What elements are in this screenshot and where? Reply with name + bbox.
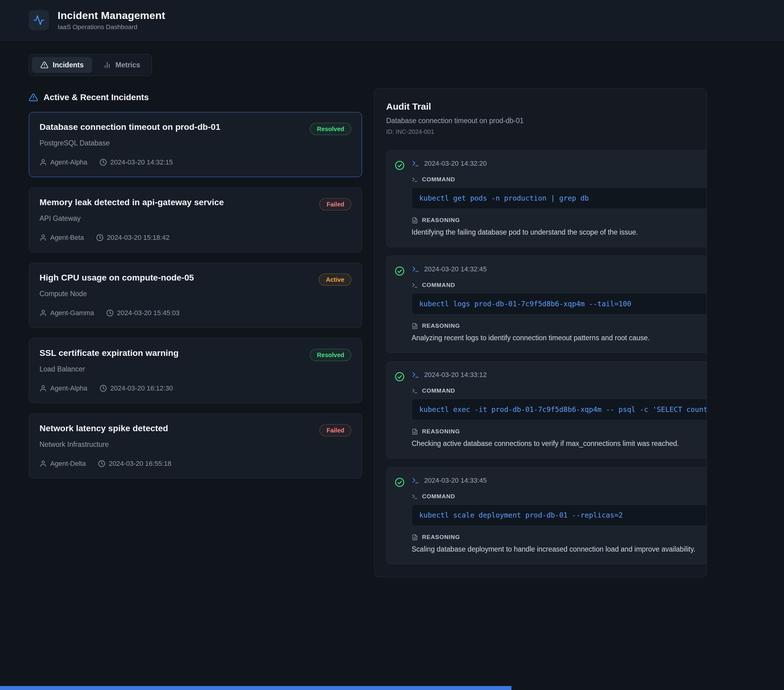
command-label: COMMAND: [422, 282, 455, 288]
check-circle-icon: [394, 266, 405, 276]
entry-timestamp: 2024-03-20 14:33:45: [424, 476, 487, 484]
incident-agent: Agent-Alpha: [50, 158, 87, 166]
incident-title: Memory leak detected in api-gateway serv…: [40, 198, 224, 207]
clock-icon: [99, 385, 107, 392]
user-icon: [40, 159, 47, 166]
terminal-icon: [412, 493, 418, 500]
audit-entry: 2024-03-20 14:33:45 COMMAND kubectl scal…: [386, 467, 707, 564]
tab-incidents[interactable]: Incidents: [32, 57, 92, 73]
incident-card[interactable]: Database connection timeout on prod-db-0…: [29, 112, 362, 177]
clock-icon: [106, 309, 114, 317]
activity-pulse-icon: [33, 15, 45, 26]
entry-timestamp: 2024-03-20 14:33:12: [424, 371, 487, 379]
incident-agent: Agent-Alpha: [50, 384, 87, 392]
reasoning-text: Analyzing recent logs to identify connec…: [412, 333, 707, 343]
terminal-icon: [412, 388, 418, 394]
incident-list: Database connection timeout on prod-db-0…: [29, 112, 362, 478]
entry-timestamp: 2024-03-20 14:32:20: [424, 160, 487, 168]
incident-system: PostgreSQL Database: [40, 139, 351, 147]
audit-entry: 2024-03-20 14:32:20 COMMAND kubectl get …: [386, 150, 707, 247]
page-subtitle: IaaS Operations Dashboard: [58, 23, 165, 31]
file-text-icon: [412, 428, 418, 435]
file-text-icon: [412, 323, 418, 329]
incident-agent: Agent-Delta: [50, 460, 86, 468]
file-text-icon: [412, 217, 418, 224]
terminal-icon: [412, 265, 420, 273]
command-code: kubectl exec -it prod-db-01-7c9f5d8b6-xq…: [412, 399, 707, 420]
incident-card[interactable]: High CPU usage on compute-node-05 Active…: [29, 263, 362, 328]
file-text-icon: [412, 534, 418, 540]
command-label: COMMAND: [422, 176, 455, 183]
warning-triangle-icon: [29, 93, 38, 102]
terminal-icon: [412, 476, 420, 484]
reasoning-text: Scaling database deployment to handle in…: [412, 545, 707, 554]
incident-title: High CPU usage on compute-node-05: [40, 273, 194, 283]
reasoning-text: Identifying the failing database pod to …: [412, 227, 707, 237]
tab-metrics-label: Metrics: [115, 61, 140, 69]
incident-system: API Gateway: [40, 214, 351, 223]
incident-title: SSL certificate expiration warning: [40, 348, 178, 358]
incident-system: Compute Node: [40, 290, 351, 298]
command-label: COMMAND: [422, 493, 455, 500]
audit-entry-list: 2024-03-20 14:32:20 COMMAND kubectl get …: [386, 150, 707, 564]
command-code: kubectl logs prod-db-01-7c9f5d8b6-xqp4m …: [412, 293, 707, 315]
status-badge: Resolved: [310, 123, 351, 135]
incident-agent: Agent-Gamma: [50, 309, 94, 317]
audit-trail-subtitle: Database connection timeout on prod-db-0…: [386, 117, 707, 125]
incident-title: Network latency spike detected: [40, 423, 168, 433]
command-label: COMMAND: [422, 387, 455, 394]
incident-card[interactable]: Memory leak detected in api-gateway serv…: [29, 188, 362, 252]
incidents-section: Active & Recent Incidents Database conne…: [29, 88, 362, 478]
tab-incidents-label: Incidents: [53, 61, 84, 69]
status-badge: Resolved: [310, 349, 351, 361]
terminal-icon: [412, 160, 420, 168]
app-header: Incident Management IaaS Operations Dash…: [0, 0, 784, 40]
incident-title: Database connection timeout on prod-db-0…: [40, 122, 221, 132]
clock-icon: [99, 159, 107, 166]
page-title: Incident Management: [58, 10, 165, 21]
user-icon: [40, 309, 47, 317]
audit-entry: 2024-03-20 14:33:12 COMMAND kubectl exec…: [386, 361, 707, 458]
check-circle-icon: [394, 372, 405, 382]
user-icon: [40, 234, 47, 241]
warning-triangle-icon: [40, 61, 48, 69]
terminal-icon: [412, 282, 418, 288]
clock-icon: [96, 234, 104, 241]
bar-chart-icon: [103, 61, 111, 69]
audit-entry: 2024-03-20 14:32:45 COMMAND kubectl logs…: [386, 256, 707, 353]
command-code: kubectl scale deployment prod-db-01 --re…: [412, 504, 707, 526]
audit-trail-incident-id: ID: INC-2024-001: [386, 128, 707, 135]
terminal-icon: [412, 371, 420, 379]
incident-agent: Agent-Beta: [50, 234, 84, 242]
incident-timestamp: 2024-03-20 15:45:03: [117, 309, 180, 317]
reasoning-label: REASONING: [422, 217, 460, 224]
reasoning-label: REASONING: [422, 428, 460, 435]
user-icon: [40, 385, 47, 392]
reasoning-text: Checking active database connections to …: [412, 439, 707, 448]
status-badge: Failed: [320, 424, 351, 436]
app-logo: [29, 10, 49, 30]
incidents-section-title: Active & Recent Incidents: [43, 92, 149, 102]
status-badge: Active: [319, 273, 351, 286]
incident-timestamp: 2024-03-20 16:12:30: [110, 384, 173, 392]
clock-icon: [98, 460, 105, 467]
audit-trail-panel: Audit Trail Database connection timeout …: [374, 88, 707, 577]
view-tabbar: Incidents Metrics: [29, 54, 152, 76]
incident-system: Load Balancer: [40, 365, 351, 373]
incident-timestamp: 2024-03-20 16:55:18: [109, 460, 171, 468]
reasoning-label: REASONING: [422, 534, 460, 540]
command-code: kubectl get pods -n production | grep db: [412, 188, 707, 209]
horizontal-scrollbar-thumb[interactable]: [0, 686, 511, 690]
incident-card[interactable]: SSL certificate expiration warning Resol…: [29, 338, 362, 403]
status-badge: Failed: [320, 198, 351, 211]
incident-card[interactable]: Network latency spike detected Failed Ne…: [29, 413, 362, 478]
audit-trail-title: Audit Trail: [386, 101, 707, 112]
incident-timestamp: 2024-03-20 15:18:42: [107, 234, 170, 242]
entry-timestamp: 2024-03-20 14:32:45: [424, 265, 487, 273]
check-circle-icon: [394, 477, 405, 487]
terminal-icon: [412, 176, 418, 183]
user-icon: [40, 460, 47, 467]
incident-timestamp: 2024-03-20 14:32:15: [110, 158, 173, 166]
check-circle-icon: [394, 160, 405, 171]
tab-metrics[interactable]: Metrics: [95, 57, 149, 73]
